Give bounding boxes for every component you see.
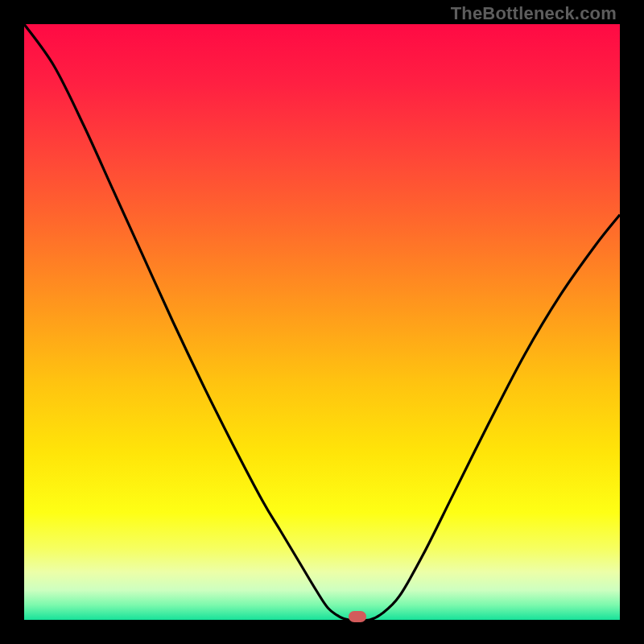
bottleneck-curve bbox=[24, 24, 620, 620]
plot-area bbox=[24, 24, 620, 620]
chart-frame: TheBottleneck.com bbox=[0, 0, 644, 644]
optimum-marker bbox=[349, 611, 366, 622]
attribution-text: TheBottleneck.com bbox=[451, 3, 617, 24]
curve-layer bbox=[24, 24, 620, 620]
